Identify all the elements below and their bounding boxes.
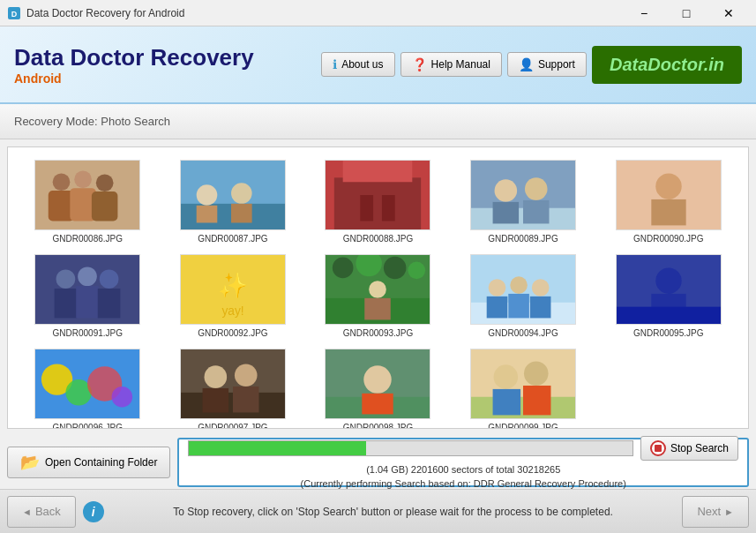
photo-label: GNDR00099.JPG [488,423,558,428]
stop-search-button[interactable]: Stop Search [640,436,738,461]
photo-grid[interactable]: GNDR00086.JPGGNDR00087.JPGGNDR00088.JPGG… [8,147,748,428]
svg-point-27 [655,173,682,199]
info-icon: ℹ [333,57,337,71]
progress-sectors: (1.04 GB) 2201600 sectors of total 30218… [188,464,738,475]
svg-rect-13 [197,206,218,223]
svg-rect-18 [361,195,374,221]
photo-item[interactable]: GNDR00090.JPG [595,154,741,249]
back-button[interactable]: Back [7,496,76,528]
svg-point-23 [525,177,548,200]
recovery-mode-label: Recovery Mode: Photo Search [14,115,170,128]
photo-thumbnail [180,160,286,230]
stop-icon [650,440,666,456]
svg-rect-54 [530,297,551,319]
svg-point-42 [384,257,407,280]
footer: Back i To Stop recovery, click on 'Stop … [0,489,756,533]
help-manual-label: Help Manual [431,58,490,71]
svg-point-22 [495,179,518,202]
next-label: Next [697,505,721,518]
photo-thumbnail [34,254,140,325]
photo-item[interactable]: ✨yay!GNDR00092.JPG [161,249,306,343]
support-button[interactable]: 👤 Support [507,52,587,77]
photo-item[interactable]: GNDR00096.JPG [15,343,161,428]
photo-item[interactable]: GNDR00086.JPG [15,154,161,249]
photo-thumbnail [616,160,722,230]
photo-item[interactable]: GNDR00091.JPG [15,249,161,343]
open-folder-button[interactable]: 📂 Open Containing Folder [7,447,170,478]
svg-rect-53 [508,294,529,319]
progress-top: Stop Search [188,436,738,461]
help-manual-button[interactable]: ❓ Help Manual [400,52,502,77]
toolbar: Recovery Mode: Photo Search [0,104,756,139]
svg-point-77 [524,361,549,386]
svg-point-5 [96,174,114,191]
next-button[interactable]: Next [682,496,749,528]
stop-search-label: Stop Search [670,442,729,454]
next-arrow-icon [724,505,734,518]
svg-rect-73 [363,394,393,415]
svg-point-67 [235,364,258,387]
about-us-label: About us [341,58,383,71]
svg-rect-78 [493,389,520,416]
photo-item[interactable]: GNDR00093.JPG [305,249,451,343]
svg-rect-16 [334,177,421,229]
app-icon: D [7,6,21,20]
svg-rect-52 [487,297,508,319]
progress-bar [189,441,366,455]
svg-point-43 [408,262,426,280]
photo-grid-container: GNDR00086.JPGGNDR00087.JPGGNDR00088.JPGG… [7,146,749,429]
minimize-button[interactable]: − [624,0,664,26]
svg-point-49 [489,279,506,297]
bottom-panel: 📂 Open Containing Folder Stop Search (1.… [7,436,749,489]
svg-point-11 [197,184,218,206]
svg-rect-34 [77,286,100,318]
open-folder-label: Open Containing Folder [45,456,157,469]
svg-point-66 [204,365,227,388]
photo-label: GNDR00097.JPG [198,423,267,428]
window-controls: − □ ✕ [624,0,749,26]
svg-rect-25 [523,200,550,224]
photo-label: GNDR00098.JPG [343,423,413,428]
svg-rect-79 [523,386,550,415]
window-title: Data Doctor Recovery for Android [26,7,624,19]
svg-text:D: D [11,10,18,19]
progress-area: Stop Search (1.04 GB) 2201600 sectors of… [177,438,749,487]
photo-thumbnail [325,254,430,325]
photo-item[interactable]: GNDR00098.JPG [305,343,451,428]
svg-point-63 [112,387,133,408]
photo-item[interactable]: GNDR00087.JPG [161,154,306,249]
photo-label: GNDR00088.JPG [343,234,413,244]
svg-point-30 [56,269,76,289]
photo-item[interactable]: GNDR00099.JPG [451,343,596,428]
titlebar: D Data Doctor Recovery for Android − □ ✕ [0,0,756,26]
photo-thumbnail [325,160,430,230]
back-label: Back [35,505,61,518]
about-us-button[interactable]: ℹ About us [321,52,394,77]
app-main-title: Data Doctor Recovery [14,44,321,71]
svg-text:yay!: yay! [221,305,243,319]
brand-text: DataDoctor.in [610,55,724,74]
photo-item[interactable]: GNDR00089.JPG [451,154,596,249]
svg-rect-46 [365,298,392,320]
photo-thumbnail [616,254,722,325]
svg-point-51 [532,279,550,297]
progress-bar-container [188,440,633,456]
svg-point-4 [75,170,93,188]
photo-thumbnail [34,349,140,419]
photo-item[interactable]: GNDR00094.JPG [451,249,596,343]
svg-rect-17 [343,161,413,183]
svg-point-45 [370,281,387,298]
photo-item[interactable]: GNDR00095.JPG [595,249,741,343]
close-button[interactable]: ✕ [708,0,749,26]
app-subtitle: Android [14,71,321,86]
photo-item[interactable]: GNDR00097.JPG [161,343,306,428]
photo-thumbnail [470,254,576,325]
back-arrow-icon [22,505,32,518]
photo-thumbnail: ✨yay! [180,254,286,325]
maximize-button[interactable]: □ [666,0,707,26]
photo-item[interactable]: GNDR00088.JPG [305,154,451,249]
svg-rect-19 [382,195,395,221]
svg-point-12 [231,183,252,204]
svg-rect-35 [98,289,121,318]
svg-rect-14 [231,204,252,223]
